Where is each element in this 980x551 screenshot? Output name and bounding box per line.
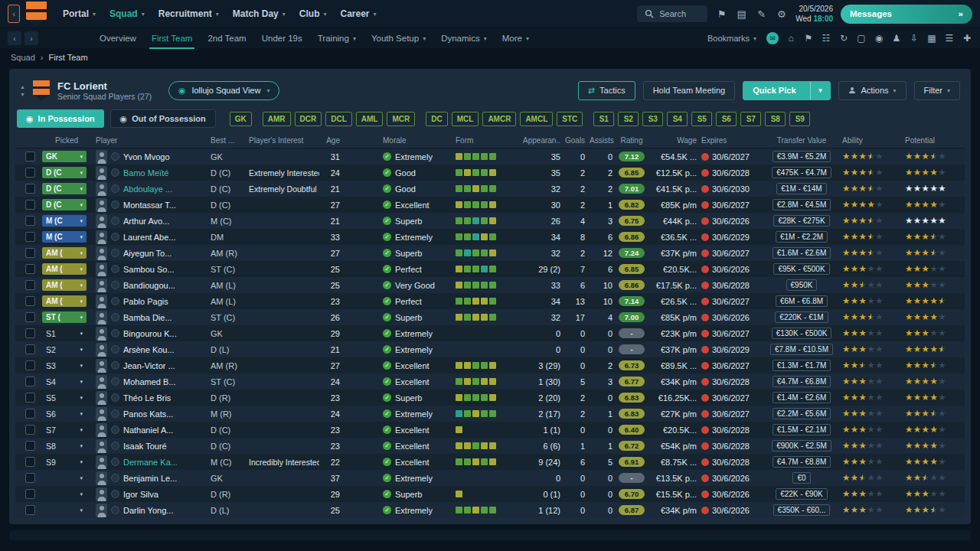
row-checkbox[interactable] [25,184,35,194]
squad-icon[interactable]: ♟ [891,33,902,44]
tab-dynamics[interactable]: Dynamics▾ [433,28,495,49]
table-row[interactable]: AM (▾Pablo PagisAM (L)23✓Perfect3413107.… [15,293,965,309]
player-name[interactable]: Isaak Touré [123,442,167,451]
menu-match-day[interactable]: Match Day▾ [226,8,292,19]
picked-selector[interactable]: D (C▾ [42,199,87,210]
search-box[interactable]: Search [637,5,707,22]
position-filter-s9[interactable]: S9 [789,112,810,126]
breadcrumb-parent[interactable]: Squad [11,53,35,62]
actions-button[interactable]: Actions ▾ [838,81,906,100]
row-checkbox[interactable] [25,360,35,370]
picked-selector[interactable]: S9▾ [42,458,87,467]
notes-icon[interactable]: ▤ [735,8,748,20]
position-filter-dcl[interactable]: DCL [325,112,352,126]
tab-in-possession[interactable]: ◉In Possession [17,109,104,128]
table-row[interactable]: D (C▾Bamo MeïtéD (C)Extremely Interested… [15,165,965,181]
table-row[interactable]: S1▾Bingourou K...GK29✓Extremely000-€23K … [15,325,965,341]
row-checkbox[interactable] [25,248,35,258]
table-row[interactable]: ▾Igor SilvaD (R)29✓Superb0 (1)006.70€15.… [15,486,965,502]
picked-selector[interactable]: S7▾ [42,425,87,435]
player-name[interactable]: Jean-Victor ... [123,361,175,370]
messages-button[interactable]: Messages » [841,5,972,24]
back-button[interactable]: ‹ [8,31,21,45]
player-name[interactable]: Montassar T... [123,201,176,210]
table-row[interactable]: GK▾Yvon MvogoGK31✓Extremely35007.12€54.5… [15,148,965,165]
tactics-button[interactable]: ⇄ Tactics [578,81,635,100]
menu-club[interactable]: Club▾ [292,8,334,19]
picked-selector[interactable]: ST (▾ [42,311,87,323]
picked-selector[interactable]: D (C▾ [42,167,87,178]
tab-out-of-possession[interactable]: ◉Out of Possession [110,109,216,128]
chevron-down-icon[interactable]: ▼ [810,82,831,99]
position-filter-stc[interactable]: STC [557,112,583,126]
picked-selector[interactable]: M (C▾ [42,215,87,227]
row-checkbox[interactable] [25,457,35,467]
menu-portal[interactable]: Portal▾ [56,8,103,19]
picked-selector[interactable]: S3▾ [42,361,87,370]
org-chart-icon[interactable]: ☷ [821,33,831,44]
picked-selector[interactable]: S8▾ [42,442,87,451]
news-icon[interactable]: ✉ [766,32,779,44]
position-filter-s3[interactable]: S3 [642,112,663,126]
edit-icon[interactable]: ✎ [755,8,768,20]
row-checkbox[interactable] [25,409,35,419]
position-filter-dcr[interactable]: DCR [295,112,322,126]
tab-training[interactable]: Training▾ [310,28,364,49]
player-name[interactable]: Mohamed B... [123,377,175,386]
menu-recruitment[interactable]: Recruitment▾ [152,8,226,19]
row-checkbox[interactable] [25,377,35,386]
row-checkbox[interactable] [25,296,35,306]
tab-first-team[interactable]: First Team [144,28,200,49]
row-checkbox[interactable] [25,200,35,210]
forward-button[interactable]: › [24,31,38,45]
table-row[interactable]: S3▾Jean-Victor ...AM (R)27✓Excellent3 (2… [15,357,965,373]
medical-icon[interactable]: ✚ [962,33,972,44]
position-filter-amcl[interactable]: AMCL [520,112,553,126]
table-row[interactable]: ▾Darlin Yong...D (L)25✓Extremely1 (12)00… [15,502,965,518]
announce-icon[interactable]: ◉ [874,33,884,44]
position-filter-s2[interactable]: S2 [618,112,639,126]
picked-selector[interactable]: AM (▾ [42,263,87,275]
position-filter-mcr[interactable]: MCR [387,112,415,126]
position-filter-s6[interactable]: S6 [716,112,737,126]
position-filter-s1[interactable]: S1 [593,112,614,126]
row-checkbox[interactable] [25,473,35,483]
table-row[interactable]: S7▾Nathaniel A...D (C)23✓Excellent1 (1)0… [15,422,965,438]
calendar-icon[interactable]: ▦ [926,33,937,44]
player-name[interactable]: Abdoulaye ... [123,184,172,194]
download-icon[interactable]: ⇩ [909,33,920,44]
hold-team-meeting-button[interactable]: Hold Team Meeting [643,81,736,100]
player-name[interactable]: Laurent Abe... [123,233,176,242]
bookmarks-dropdown[interactable]: Bookmarks ▾ [707,34,756,43]
player-name[interactable]: Arthur Avo... [123,217,169,226]
table-row[interactable]: ▾Benjamin Le...GK37✓Extremely000-€13.5K … [15,470,965,486]
player-name[interactable]: Bingourou K... [123,329,177,338]
player-name[interactable]: Dermane Ka... [123,458,178,467]
row-checkbox[interactable] [25,216,35,226]
row-checkbox[interactable] [25,505,35,515]
refresh-icon[interactable]: ↻ [838,33,849,44]
position-filter-amcr[interactable]: AMCR [482,112,516,126]
row-checkbox[interactable] [25,344,35,354]
table-row[interactable]: ST (▾Bamba Die...ST (C)26✓Superb321747.0… [15,309,965,325]
position-filter-s4[interactable]: S4 [667,112,688,126]
player-name[interactable]: Arsène Kou... [123,345,175,354]
picked-selector[interactable]: S1▾ [42,329,87,338]
player-name[interactable]: Darlin Yong... [123,506,173,515]
settings-icon[interactable]: ⚙ [775,8,788,20]
row-checkbox[interactable] [25,441,35,451]
player-name[interactable]: Sambou So... [123,265,175,274]
table-row[interactable]: AM (▾Aiyegun To...AM (R)27✓Superb322127.… [15,245,965,261]
menu-career[interactable]: Career▾ [333,8,383,19]
table-row[interactable]: S9▾Dermane Ka...M (C)Incredibly Interest… [15,454,965,470]
player-name[interactable]: Nathaniel A... [123,425,173,435]
row-checkbox[interactable] [25,152,35,161]
table-row[interactable]: AM (▾Bandiougou...AM (L)25✓Very Good3361… [15,277,965,293]
monitor-icon[interactable]: ▢ [856,33,867,44]
picked-selector[interactable]: S2▾ [42,345,87,354]
row-checkbox[interactable] [25,393,35,403]
position-filter-aml[interactable]: AML [356,112,384,126]
kit-icon[interactable]: ⚑ [803,33,814,44]
position-filter-mcl[interactable]: MCL [452,112,479,126]
tab-2nd-team[interactable]: 2nd Team [200,28,253,49]
